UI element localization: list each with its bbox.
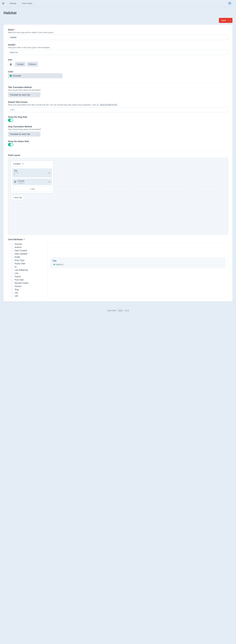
show-slug-field: Show the Slug field: [8, 116, 228, 122]
drag-handle-icon[interactable]: ⁘: [8, 295, 10, 297]
drag-handle-icon[interactable]: ⁘: [8, 262, 10, 265]
attr-label: Revision Notes: [14, 282, 28, 284]
attr-checkbox[interactable]: [11, 262, 13, 265]
drag-handle-icon[interactable]: ⁘: [8, 256, 10, 258]
card-attr-item[interactable]: ⁘Expiry Date: [8, 262, 43, 265]
slug-method-label: Slug Translation Method: [8, 126, 228, 128]
tab-header[interactable]: Content •••: [11, 161, 53, 167]
card-attr-item[interactable]: ⁘Section: [8, 285, 43, 288]
title-method-select[interactable]: Translate for each site ⌄: [8, 92, 40, 97]
name-input[interactable]: [8, 35, 228, 40]
save-button[interactable]: Save: [219, 18, 228, 23]
drag-handle-icon[interactable]: ⁘: [8, 246, 10, 248]
card-attr-item[interactable]: ⁘Post Date: [8, 278, 43, 282]
card-attr-item[interactable]: ⁘Revision Notes: [8, 282, 43, 285]
drag-handle-icon[interactable]: ⁘: [8, 292, 10, 294]
user-avatar[interactable]: PT: [228, 1, 232, 6]
slug-method-select[interactable]: Translate for each site ⌄: [8, 132, 40, 137]
drag-handle-icon[interactable]: ⁘: [8, 288, 10, 291]
drag-handle-icon[interactable]: ⁘: [8, 259, 10, 262]
topbar-left: Settings Entry Types: [0, 0, 35, 7]
drag-handle-icon[interactable]: ⁘: [8, 278, 10, 281]
attr-checkbox[interactable]: [11, 279, 13, 281]
attr-checkbox[interactable]: [11, 292, 13, 294]
new-tab-button[interactable]: + New Tab: [11, 195, 24, 200]
card-attributes-field: Card Attributes * ⁘Animals⁘Authors⁘Date …: [8, 238, 228, 298]
title-method-label: Title Translation Method: [8, 86, 228, 88]
save-dropdown[interactable]: ⌄: [228, 18, 233, 23]
attr-checkbox[interactable]: [11, 285, 13, 288]
attr-checkbox[interactable]: [11, 282, 13, 284]
attr-checkbox[interactable]: [11, 295, 13, 297]
attr-checkbox[interactable]: [11, 253, 13, 255]
width-indicator[interactable]: [43, 172, 47, 174]
title-method-field: Title Translation Method How should Titl…: [8, 86, 228, 97]
island-icon: [9, 63, 12, 66]
card-attr-item[interactable]: ⁘Drafts: [8, 256, 43, 259]
icon-remove-button[interactable]: Remove: [27, 62, 38, 66]
icon-change-button[interactable]: Change: [15, 62, 26, 66]
card-attr-item[interactable]: ⁘Last Edited By: [8, 268, 43, 272]
page-title: Habitat: [3, 11, 233, 15]
card-attr-item[interactable]: ⁘URI: [8, 294, 43, 298]
attr-label: Last Edited By: [14, 269, 28, 271]
width-indicator[interactable]: [43, 181, 47, 183]
attr-checkbox[interactable]: [11, 256, 13, 258]
show-slug-toggle[interactable]: [8, 118, 13, 122]
handle-input[interactable]: [8, 50, 228, 55]
name-help: What this entry type will be called in t…: [8, 31, 228, 34]
layout-field-title[interactable]: Title title * •••: [12, 168, 52, 178]
title-method-help: How should Title values be translated?: [8, 89, 228, 91]
drag-handle-icon[interactable]: ⁘: [8, 285, 10, 288]
drag-handle-icon[interactable]: ⁘: [8, 272, 10, 274]
drag-handle-icon[interactable]: ⁘: [8, 282, 10, 284]
drag-handle-icon[interactable]: ⁘: [8, 269, 10, 271]
attr-checkbox[interactable]: [11, 259, 13, 262]
layout-designer[interactable]: Content ••• Title title * •: [8, 158, 228, 235]
card-attr-item[interactable]: ⁘Authors: [8, 246, 43, 249]
attr-checkbox[interactable]: [11, 243, 13, 245]
drag-handle-icon[interactable]: ⁘: [8, 252, 10, 255]
add-field-button[interactable]: + Add: [12, 186, 52, 192]
card-attr-item[interactable]: ⁘UID: [8, 291, 43, 294]
attr-label: Slug: [14, 288, 19, 291]
field-menu-icon[interactable]: •••: [48, 172, 50, 174]
icon-preview: [8, 61, 13, 67]
card-attr-item[interactable]: ⁘Animals: [8, 242, 43, 246]
attr-checkbox[interactable]: [11, 272, 13, 274]
footer: Craft CMS PRO 5.6.0: [0, 305, 236, 314]
color-value: Emerald: [10, 74, 21, 77]
attr-checkbox[interactable]: [11, 246, 13, 248]
attr-checkbox[interactable]: [11, 276, 13, 278]
card-attr-item[interactable]: ⁘ID: [8, 265, 43, 268]
breadcrumb-settings[interactable]: Settings: [6, 0, 19, 7]
card-attr-item[interactable]: ⁘Link: [8, 272, 43, 275]
attr-checkbox[interactable]: [11, 266, 13, 268]
field-menu-icon[interactable]: •••: [48, 181, 50, 183]
show-status-toggle[interactable]: [8, 143, 13, 146]
card-attr-item[interactable]: ⁘Parent: [8, 275, 43, 278]
color-select[interactable]: Emerald ⌄: [8, 73, 62, 78]
drag-handle-icon[interactable]: ⁘: [8, 249, 10, 252]
attr-label: Date Created: [14, 249, 27, 252]
drag-handle-icon[interactable]: ⁘: [8, 275, 10, 278]
attr-checkbox[interactable]: [11, 250, 13, 252]
title-format-input[interactable]: [8, 107, 228, 112]
drag-handle-icon[interactable]: ⁘: [8, 266, 10, 268]
attr-label: Authors: [14, 246, 22, 248]
chevron-down-icon[interactable]: ⌄: [233, 2, 235, 4]
tab-menu-icon[interactable]: •••: [22, 162, 24, 165]
card-attr-item[interactable]: ⁘Date Created: [8, 249, 43, 252]
attr-checkbox[interactable]: [11, 269, 13, 271]
layout-field-animals[interactable]: Animals animals •••: [12, 178, 52, 185]
attr-checkbox[interactable]: [11, 288, 13, 291]
menu-button[interactable]: [0, 0, 6, 7]
card-attr-item[interactable]: ⁘Slug: [8, 288, 43, 291]
title-format-label: Default Title Format: [8, 101, 228, 103]
card-attr-item[interactable]: ⁘Date Updated: [8, 252, 43, 256]
title-format-help: What auto-generated entry titles should …: [8, 104, 228, 106]
attr-label: Section: [14, 285, 21, 288]
breadcrumb-entry-types[interactable]: Entry Types: [19, 0, 35, 7]
card-attr-item[interactable]: ⁘Entry Type: [8, 259, 43, 262]
drag-handle-icon[interactable]: ⁘: [8, 243, 10, 245]
